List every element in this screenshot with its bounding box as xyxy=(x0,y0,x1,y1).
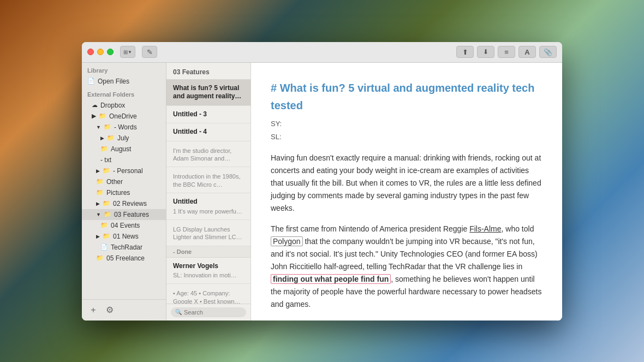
editor-title: # What is fun? 5 virtual and augmented r… xyxy=(271,79,542,114)
note-title-8: Werner Vogels xyxy=(173,262,244,271)
other-label: Other xyxy=(106,178,123,186)
sidebar-item-august[interactable]: 📁 August xyxy=(82,144,166,155)
notes-list-footer: 🔍 xyxy=(166,304,251,321)
techradar-file-icon: 📄 xyxy=(100,244,108,251)
note-item-5[interactable]: Introduction in the 1980s, the BBC Micro… xyxy=(166,167,251,193)
note-title-2: Untitled - 3 xyxy=(173,110,244,119)
maximize-button[interactable] xyxy=(107,49,114,55)
search-icon: 🔍 xyxy=(175,309,182,315)
july-folder-icon: 📁 xyxy=(107,134,115,141)
sidebar-item-txt[interactable]: - txt xyxy=(82,155,166,165)
news-expand-icon: ▶ xyxy=(96,234,100,239)
sidebar-item-techradar[interactable]: 📄 TechRadar xyxy=(82,242,166,253)
note-title-1: What is fun? 5 virtual and augment reali… xyxy=(173,84,244,101)
title-bar-left-buttons: ⊞ ▼ ✎ xyxy=(120,46,157,58)
font-icon: A xyxy=(524,48,529,56)
sidebar-item-02reviews[interactable]: ▶ 📁 02 Reviews xyxy=(82,198,166,209)
editor-body[interactable]: Having fun doesn't exactly require a man… xyxy=(271,152,542,311)
title-bar-right-buttons: ⬆ ⬇ ≡ A 📎 xyxy=(456,46,557,58)
editor-meta-sl: SL: xyxy=(271,132,542,143)
02reviews-label: 02 Reviews xyxy=(113,200,147,207)
other-folder-icon: 📁 xyxy=(96,178,104,185)
note-item-7[interactable]: LG Display Launches Lighter and Slimmer … xyxy=(166,220,251,246)
file-icon: 📄 xyxy=(87,78,95,85)
01news-label: 01 News xyxy=(113,233,139,240)
attach-button[interactable]: 📎 xyxy=(539,46,557,58)
note-preview-7: LG Display Launches Lighter and Slimmer … xyxy=(173,225,244,241)
note-item-4[interactable]: I'm the studio director, Adam Simonar an… xyxy=(166,141,251,168)
layout-toggle-button[interactable]: ⊞ ▼ xyxy=(120,46,135,58)
minimize-button[interactable] xyxy=(97,49,104,55)
july-label: July xyxy=(117,134,129,142)
attach-icon: 📎 xyxy=(544,48,552,56)
sync-button[interactable]: ⬇ xyxy=(477,46,494,58)
sidebar-footer: + ⚙ xyxy=(82,299,166,321)
note-item-8[interactable]: Werner Vogels SL: Innovation in moti… xyxy=(166,258,251,284)
sidebar-item-personal[interactable]: ▶ 📁 - Personal xyxy=(82,165,166,176)
sidebar-item-open-files[interactable]: 📄 Open Files xyxy=(82,76,166,87)
dropbox-label: Dropbox xyxy=(100,102,125,109)
04events-label: 04 Events xyxy=(111,222,140,229)
editor-meta-sy: SY: xyxy=(271,118,542,130)
font-button[interactable]: A xyxy=(518,46,536,58)
personal-folder-icon: 📁 xyxy=(103,167,110,174)
dropbox-icon: ☁ xyxy=(92,102,98,109)
note-preview-8: SL: Innovation in moti… xyxy=(173,271,244,279)
reviews-expand-icon: ▶ xyxy=(96,201,100,206)
onedrive-label: OneDrive xyxy=(109,112,137,120)
search-input[interactable] xyxy=(184,309,242,316)
events-folder-icon: 📁 xyxy=(100,222,108,229)
freelance-folder-icon: 📁 xyxy=(96,254,104,262)
done-section-label: - Done xyxy=(166,246,251,258)
august-folder-icon: 📁 xyxy=(100,145,108,152)
plus-icon: + xyxy=(91,305,96,315)
sidebar-item-04events[interactable]: 📁 04 Events xyxy=(82,220,166,231)
share-icon: ⬆ xyxy=(462,48,468,56)
editor-area[interactable]: # What is fun? 5 virtual and augmented r… xyxy=(251,63,562,321)
app-body: Library 📄 Open Files External Folders ☁ … xyxy=(82,63,562,321)
note-item-9[interactable]: • Age: 45 • Company: Google X • Best kno… xyxy=(166,284,251,303)
note-title-3: Untitled - 4 xyxy=(173,128,244,137)
note-item-3[interactable]: Untitled - 4 xyxy=(166,123,251,141)
sidebar-item-other[interactable]: 📁 Other xyxy=(82,176,166,187)
words-expand-icon: ▼ xyxy=(96,124,101,130)
words-folder-icon: 📁 xyxy=(104,123,111,130)
gear-icon: ⚙ xyxy=(106,305,114,315)
reviews-folder-icon: 📁 xyxy=(103,200,110,207)
note-item-1[interactable]: What is fun? 5 virtual and augment reali… xyxy=(166,80,251,106)
sidebar-item-01news[interactable]: ▶ 📁 01 News xyxy=(82,231,166,242)
share-button[interactable]: ⬆ xyxy=(456,46,474,58)
sidebar-item-july[interactable]: ▶ 📁 July xyxy=(82,133,166,144)
sidebar-item-05freelance[interactable]: 📁 05 Freelance xyxy=(82,253,166,264)
layout-icon: ⊞ xyxy=(123,49,128,55)
compose-button[interactable]: ✎ xyxy=(142,46,157,58)
title-bar: ⊞ ▼ ✎ ⬆ ⬇ ≡ A 📎 xyxy=(82,42,562,63)
sidebar-item-03features[interactable]: ▼ 📁 03 Features xyxy=(82,209,166,220)
sidebar-item-dropbox[interactable]: ☁ Dropbox xyxy=(82,100,166,111)
layout-arrow-icon: ▼ xyxy=(128,50,132,55)
onedrive-folder-icon: 📁 xyxy=(99,112,106,120)
library-section-label: Library xyxy=(82,63,166,76)
search-bar[interactable]: 🔍 xyxy=(171,307,246,317)
pictures-folder-icon: 📁 xyxy=(96,189,104,196)
menu-button[interactable]: ≡ xyxy=(498,46,515,58)
note-item-6[interactable]: Untitled 1 It's way more powerfu… xyxy=(166,193,251,220)
03features-label: 03 Features xyxy=(114,211,149,218)
features-folder-icon: 📁 xyxy=(104,211,111,218)
settings-button[interactable]: ⚙ xyxy=(104,304,116,316)
notes-list: 03 Features What is fun? 5 virtual and a… xyxy=(166,63,251,321)
news-folder-icon: 📁 xyxy=(103,233,110,240)
note-preview-5: Introduction in the 1980s, the BBC Micro… xyxy=(173,173,244,188)
add-folder-button[interactable]: + xyxy=(87,304,99,316)
techradar-label: TechRadar xyxy=(111,244,142,251)
notes-list-header: 03 Features xyxy=(166,63,251,80)
sidebar-item-pictures[interactable]: 📁 Pictures xyxy=(82,187,166,198)
august-label: August xyxy=(111,145,131,153)
sidebar-item-onedrive[interactable]: ▶ 📁 OneDrive xyxy=(82,111,166,122)
sidebar-item-words[interactable]: ▼ 📁 - Words xyxy=(82,122,166,133)
polygon-link[interactable]: Polygon xyxy=(271,236,303,246)
txt-label: - txt xyxy=(100,156,111,164)
note-preview-9: • Age: 45 • Company: Google X • Best kno… xyxy=(173,289,244,303)
close-button[interactable] xyxy=(87,49,94,55)
note-item-2[interactable]: Untitled - 3 xyxy=(166,106,251,124)
